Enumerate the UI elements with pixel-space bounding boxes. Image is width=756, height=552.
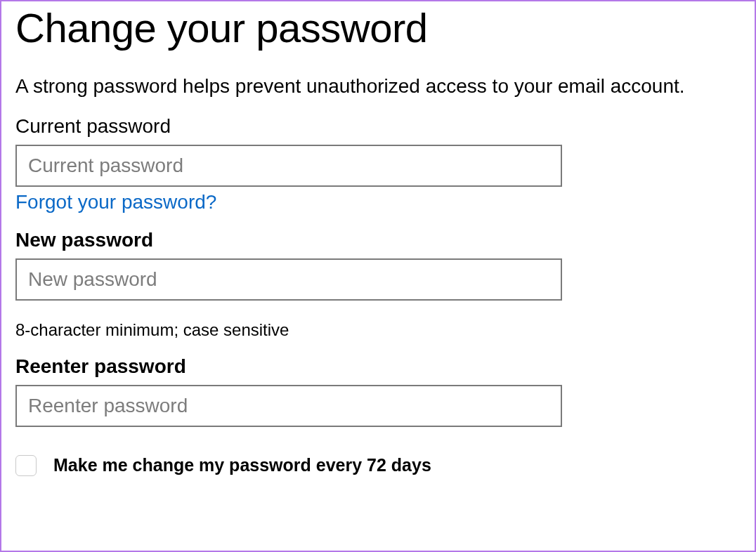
- new-password-group: New password: [15, 229, 741, 301]
- page-description: A strong password helps prevent unauthor…: [15, 74, 741, 99]
- password-hint: 8-character minimum; case sensitive: [15, 320, 741, 340]
- new-password-label: New password: [15, 229, 741, 251]
- change-password-panel: Change your password A strong password h…: [0, 0, 756, 552]
- rotate-password-checkbox[interactable]: [15, 455, 37, 476]
- current-password-group: Current password Forgot your password?: [15, 115, 741, 213]
- current-password-label: Current password: [15, 115, 741, 138]
- new-password-input[interactable]: [15, 258, 562, 301]
- rotate-password-label: Make me change my password every 72 days: [53, 455, 431, 475]
- reenter-password-label: Reenter password: [15, 355, 741, 378]
- page-title: Change your password: [15, 1, 741, 54]
- rotate-password-row: Make me change my password every 72 days: [15, 455, 741, 476]
- current-password-input[interactable]: [15, 145, 562, 187]
- forgot-password-link[interactable]: Forgot your password?: [15, 191, 216, 213]
- reenter-password-group: Reenter password: [15, 355, 741, 427]
- reenter-password-input[interactable]: [15, 385, 562, 427]
